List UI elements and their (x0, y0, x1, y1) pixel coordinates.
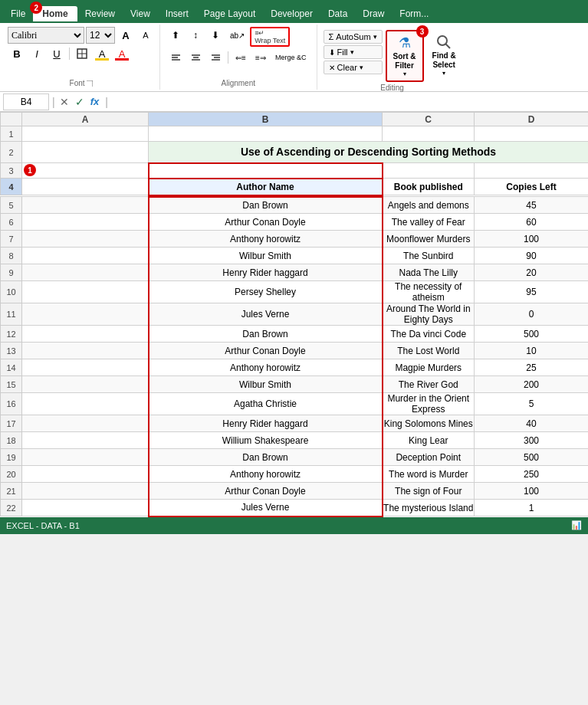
increase-font-btn[interactable]: A (117, 27, 135, 44)
align-right-btn[interactable] (206, 49, 225, 66)
ribbon-tab-review[interactable]: Review (77, 6, 123, 21)
cell-a14[interactable] (22, 359, 149, 376)
ribbon-tab-pagelayout[interactable]: Page Layout (196, 6, 263, 21)
cell-b20[interactable]: Anthony horowitz (149, 466, 383, 483)
cell-d12[interactable]: 500 (475, 326, 589, 343)
bold-btn[interactable]: B (8, 45, 26, 62)
clear-btn[interactable]: ✕ Clear ▾ (324, 61, 383, 74)
borders-btn[interactable] (73, 45, 91, 62)
cell-c6[interactable]: The valley of Fear (383, 214, 475, 231)
cell-a20[interactable] (22, 466, 149, 483)
cell-a7[interactable] (22, 231, 149, 248)
font-color-btn[interactable]: A (113, 45, 131, 62)
cell-b8[interactable]: Wilbur Smith (149, 248, 383, 264)
fill-btn[interactable]: ⬇ Fill ▾ (324, 45, 383, 59)
align-bottom-btn[interactable]: ⬇ (206, 27, 225, 44)
cell-b19[interactable]: Dan Brown (149, 449, 383, 466)
cell-d6[interactable]: 60 (475, 214, 589, 231)
cell-c1[interactable] (383, 126, 475, 142)
cell-c19[interactable]: Deception Point (383, 449, 475, 466)
cell-d8[interactable]: 90 (475, 248, 589, 264)
ribbon-tab-data[interactable]: Data (320, 6, 355, 21)
cell-d3[interactable] (475, 163, 589, 179)
cell-a19[interactable] (22, 449, 149, 466)
cell-a21[interactable] (22, 483, 149, 500)
cell-c4[interactable]: Book published (383, 179, 475, 195)
autosum-btn[interactable]: Σ AutoSum ▾ (324, 30, 383, 44)
italic-btn[interactable]: I (28, 45, 46, 62)
ribbon-tab-view[interactable]: View (123, 6, 158, 21)
ribbon-tab-developer[interactable]: Developer (263, 6, 320, 21)
cell-c18[interactable]: King Lear (383, 432, 475, 449)
cell-c15[interactable]: The River God (383, 376, 475, 393)
font-family-select[interactable]: Calibri (8, 27, 84, 44)
font-size-select[interactable]: 12 (86, 27, 115, 44)
cell-b11[interactable]: Jules Verne (149, 303, 383, 326)
cell-a17[interactable] (22, 415, 149, 432)
decrease-indent-btn[interactable]: ⇐≡ (232, 49, 250, 66)
confirm-formula-btn[interactable]: ✓ (74, 96, 86, 108)
cell-a2[interactable] (22, 142, 149, 163)
cell-d18[interactable]: 300 (475, 432, 589, 449)
cell-c17[interactable]: King Solomons Mines (383, 415, 475, 432)
cell-b5[interactable]: Dan Brown (149, 197, 383, 214)
cell-b18[interactable]: Willium Shakespeare (149, 432, 383, 449)
cell-a11[interactable] (22, 303, 149, 326)
ribbon-tab-formula[interactable]: Form... (392, 6, 436, 21)
cell-a18[interactable] (22, 432, 149, 449)
cell-a9[interactable] (22, 264, 149, 281)
cell-b21[interactable]: Arthur Conan Doyle (149, 483, 383, 500)
col-header-b[interactable]: B (149, 113, 383, 126)
orientation-btn[interactable]: ab↗ (226, 27, 248, 44)
merge-btn[interactable]: Merge &C (271, 49, 310, 66)
cell-a3[interactable]: 1 (22, 163, 149, 179)
cell-b17[interactable]: Henry Rider haggard (149, 415, 383, 432)
ribbon-tab-file[interactable]: File (3, 6, 33, 21)
cell-b7[interactable]: Anthony horowitz (149, 231, 383, 248)
align-middle-btn[interactable]: ↕ (186, 27, 205, 44)
cell-c7[interactable]: Moonflower Murders (383, 231, 475, 248)
sort-filter-btn[interactable]: ⚗ Sort & Filter ▾ 3 (386, 30, 424, 82)
cell-b14[interactable]: Anthony horowitz (149, 359, 383, 376)
cell-c22[interactable]: The mysterious Island (383, 500, 475, 516)
cell-a5[interactable] (22, 197, 149, 214)
cell-b22[interactable]: Jules Verne (149, 500, 383, 516)
cell-c20[interactable]: The word is Murder (383, 466, 475, 483)
cell-d15[interactable]: 200 (475, 376, 589, 393)
cell-a22[interactable] (22, 500, 149, 516)
cell-d17[interactable]: 40 (475, 415, 589, 432)
col-header-c[interactable]: C (383, 113, 475, 126)
cell-d11[interactable]: 0 (475, 303, 589, 326)
fill-color-btn[interactable]: A (93, 45, 111, 62)
cell-c9[interactable]: Nada The Lilly (383, 264, 475, 281)
cell-a1[interactable] (22, 126, 149, 142)
cell-d5[interactable]: 45 (475, 197, 589, 214)
cell-b15[interactable]: Wilbur Smith (149, 376, 383, 393)
find-select-btn[interactable]: Find & Select ▾ (427, 30, 462, 80)
align-left-btn[interactable] (166, 49, 185, 66)
align-center-btn[interactable] (186, 49, 205, 66)
cell-d19[interactable]: 500 (475, 449, 589, 466)
cell-c8[interactable]: The Sunbird (383, 248, 475, 264)
cell-b9[interactable]: Henry Rider haggard (149, 264, 383, 281)
name-box[interactable] (3, 93, 49, 110)
underline-btn[interactable]: U (48, 45, 66, 62)
col-header-a[interactable]: A (22, 113, 149, 126)
cell-c14[interactable]: Magpie Murders (383, 359, 475, 376)
cell-c16[interactable]: Murder in the Orient Express (383, 393, 475, 415)
cancel-formula-btn[interactable]: ✕ (58, 96, 71, 108)
cell-c21[interactable]: The sign of Four (383, 483, 475, 500)
cell-b10[interactable]: Persey Shelley (149, 281, 383, 303)
cell-b13[interactable]: Arthur Conan Doyle (149, 343, 383, 359)
cell-d1[interactable] (475, 126, 589, 142)
ribbon-tab-draw[interactable]: Draw (355, 6, 392, 21)
cell-c11[interactable]: Around The World in Eighty Days (383, 303, 475, 326)
cell-b12[interactable]: Dan Brown (149, 326, 383, 343)
ribbon-tab-insert[interactable]: Insert (158, 6, 196, 21)
cell-b3[interactable] (149, 163, 383, 179)
increase-indent-btn[interactable]: ≡⇒ (251, 49, 270, 66)
cell-d20[interactable]: 250 (475, 466, 589, 483)
insert-function-btn[interactable]: fx (89, 96, 101, 107)
cell-d7[interactable]: 100 (475, 231, 589, 248)
cell-a6[interactable] (22, 214, 149, 231)
